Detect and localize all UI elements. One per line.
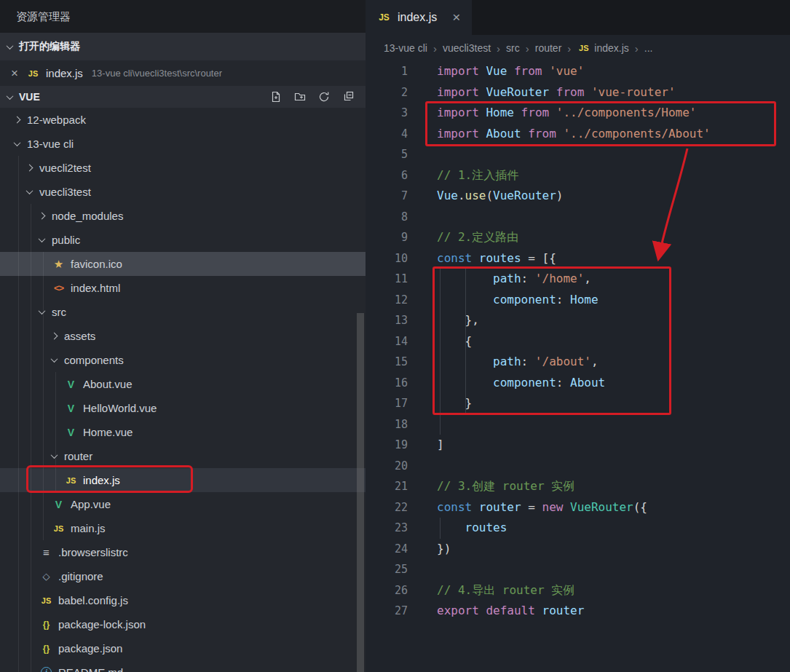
tab-index-js[interactable]: JS index.js ×: [366, 0, 472, 35]
js-file-icon: JS: [39, 596, 53, 605]
chevron-right-icon: [39, 213, 46, 220]
code-text: {: [408, 331, 472, 352]
code-line-2[interactable]: 2import VueRouter from 'vue-router': [366, 82, 790, 103]
tree-item-babel-config-js[interactable]: JSbabel.config.js: [0, 588, 366, 612]
tree-item-gitignore[interactable]: ◇.gitignore: [0, 564, 366, 588]
vue-file-icon: V: [64, 403, 78, 414]
tree-item-public[interactable]: public: [0, 228, 366, 252]
code-line-19[interactable]: 19]: [366, 435, 790, 456]
tree-item-favicon-ico[interactable]: ★favicon.ico: [0, 252, 366, 276]
open-editors-header[interactable]: 打开的编辑器: [0, 33, 366, 60]
code-line-6[interactable]: 6// 1.注入插件: [366, 165, 790, 186]
close-icon[interactable]: ×: [452, 9, 460, 25]
close-icon[interactable]: ×: [9, 66, 20, 81]
code-text: import Vue from 'vue': [408, 61, 584, 82]
line-number: 7: [366, 186, 408, 207]
code-line-10[interactable]: 10const routes = [{: [366, 248, 790, 269]
tree-item-label: vuecli2test: [39, 162, 91, 174]
tree-item-label: App.vue: [71, 498, 111, 510]
tree-item-vuecli2test[interactable]: vuecli2test: [0, 156, 366, 180]
tree-item-home-vue[interactable]: VHome.vue: [0, 420, 366, 444]
code-line-20[interactable]: 20: [366, 456, 790, 477]
explorer-sidebar: 资源管理器 打开的编辑器 × JS index.js 13-vue cli\vu…: [0, 0, 366, 672]
code-line-4[interactable]: 4import About from '../components/About': [366, 124, 790, 145]
code-line-14[interactable]: 14 {: [366, 331, 790, 352]
code-line-3[interactable]: 3import Home from '../components/Home': [366, 103, 790, 124]
breadcrumb-item[interactable]: src: [506, 42, 520, 54]
tree-item-src[interactable]: src: [0, 300, 366, 324]
line-number: 1: [366, 61, 408, 82]
tree-item-router[interactable]: router: [0, 444, 366, 468]
chevron-right-icon: ›: [635, 42, 639, 55]
code-line-5[interactable]: 5: [366, 144, 790, 165]
code-line-27[interactable]: 27export default router: [366, 601, 790, 622]
tree-item-browserslistrc[interactable]: ≡.browserslistrc: [0, 540, 366, 564]
new-file-icon[interactable]: [269, 90, 283, 104]
breadcrumb-item[interactable]: vuecli3test: [443, 42, 491, 54]
tree-item-label: package-lock.json: [58, 618, 146, 631]
breadcrumb-item[interactable]: 13-vue cli: [384, 42, 427, 54]
code-line-23[interactable]: 23 routes: [366, 518, 790, 539]
code-line-16[interactable]: 16 component: About: [366, 373, 790, 394]
code-line-22[interactable]: 22const router = new VueRouter({: [366, 497, 790, 518]
code-line-18[interactable]: 18: [366, 414, 790, 435]
tree-item-label: README.md: [58, 666, 123, 672]
breadcrumb-item[interactable]: ...: [644, 42, 653, 54]
new-folder-icon[interactable]: [293, 90, 307, 104]
tree-item-main-js[interactable]: JSmain.js: [0, 516, 366, 540]
tree-item-package-lock-json[interactable]: {}package-lock.json: [0, 612, 366, 636]
code-line-25[interactable]: 25: [366, 559, 790, 580]
tree-item-package-json[interactable]: {}package.json: [0, 636, 366, 660]
tree-item-helloworld-vue[interactable]: VHelloWorld.vue: [0, 396, 366, 420]
code-line-17[interactable]: 17 }: [366, 393, 790, 414]
tree-item-node-modules[interactable]: node_modules: [0, 204, 366, 228]
code-line-11[interactable]: 11 path: '/home',: [366, 269, 790, 290]
code-line-12[interactable]: 12 component: Home: [366, 290, 790, 311]
code-text: }): [408, 539, 451, 560]
tree-item-index-html[interactable]: <>index.html: [0, 276, 366, 300]
code-line-1[interactable]: 1import Vue from 'vue': [366, 61, 790, 82]
line-number: 17: [366, 393, 408, 414]
code-text: [408, 207, 437, 228]
chevron-right-icon: [14, 116, 21, 124]
line-number: 27: [366, 601, 408, 622]
refresh-icon[interactable]: [317, 90, 331, 104]
code-text: import About from '../components/About': [408, 124, 711, 145]
line-number: 24: [366, 539, 408, 560]
tree-item-assets[interactable]: assets: [0, 324, 366, 348]
chevron-right-icon: [51, 333, 58, 340]
code-line-21[interactable]: 21// 3.创建 router 实例: [366, 476, 790, 497]
tree-item-app-vue[interactable]: VApp.vue: [0, 492, 366, 516]
line-number: 26: [366, 580, 408, 601]
code-line-8[interactable]: 8: [366, 207, 790, 228]
collapse-all-icon[interactable]: [341, 90, 355, 104]
tree-item-readme-md[interactable]: iREADME.md: [0, 660, 366, 672]
chevron-down-icon: [51, 355, 58, 363]
tree-item-vuecli3test[interactable]: vuecli3test: [0, 180, 366, 204]
sidebar-scrollbar[interactable]: [357, 313, 364, 672]
tree-item-about-vue[interactable]: VAbout.vue: [0, 372, 366, 396]
breadcrumb-item[interactable]: router: [535, 42, 562, 54]
code-area[interactable]: 1import Vue from 'vue'2import VueRouter …: [366, 61, 790, 622]
code-line-7[interactable]: 7Vue.use(VueRouter): [366, 186, 790, 207]
open-editor-item[interactable]: × JS index.js 13-vue cli\vuecli3test\src…: [0, 60, 366, 86]
code-line-26[interactable]: 26// 4.导出 router 实例: [366, 580, 790, 601]
tree-item-label: components: [64, 354, 124, 366]
code-text: const routes = [{: [408, 248, 556, 269]
code-line-15[interactable]: 15 path: '/about',: [366, 352, 790, 373]
code-text: [408, 414, 437, 435]
tree-item-label: Home.vue: [83, 426, 133, 438]
chevron-down-icon: [14, 139, 21, 146]
tree-item-13-vue-cli[interactable]: 13-vue cli: [0, 132, 366, 156]
line-number: 3: [366, 103, 408, 124]
js-file-icon: JS: [26, 69, 40, 78]
tree-item-12-webpack[interactable]: 12-webpack: [0, 108, 366, 132]
tree-item-components[interactable]: components: [0, 348, 366, 372]
code-line-13[interactable]: 13 },: [366, 310, 790, 331]
breadcrumb-item[interactable]: JSindex.js: [577, 42, 628, 54]
tree-item-label: favicon.ico: [71, 258, 122, 270]
tree-item-index-js[interactable]: JSindex.js: [0, 468, 366, 492]
code-line-9[interactable]: 9// 2.定义路由: [366, 227, 790, 248]
workspace-header[interactable]: VUE: [0, 86, 366, 108]
code-line-24[interactable]: 24}): [366, 539, 790, 560]
